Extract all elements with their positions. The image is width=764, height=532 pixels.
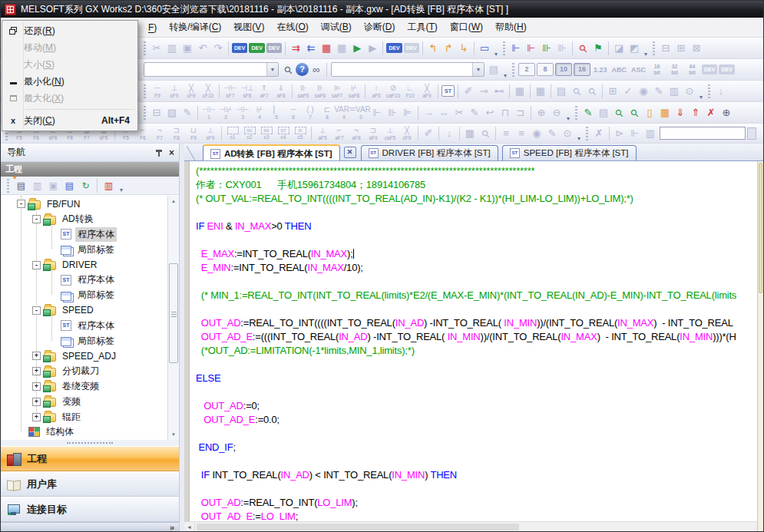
user-find-icon[interactable]: ◉	[636, 84, 651, 99]
monitor-start-icon[interactable]: ▶	[349, 41, 365, 56]
sfc-rule-af5-icon[interactable]: ⊥aF5	[314, 126, 331, 140]
st-coil-icon[interactable]: ( )7	[302, 105, 319, 120]
sfc-st-c4-icon[interactable]: STc4	[275, 127, 292, 140]
scrollbar-thumb[interactable]	[169, 263, 178, 363]
expand-icon[interactable]: +	[32, 367, 41, 375]
tree-item-卷绕变频[interactable]: +卷绕变频	[1, 379, 167, 395]
toolbar-overflow-icon[interactable]: ▾	[117, 187, 125, 194]
sfc-rule-af9-icon[interactable]: ⊐aF9	[365, 126, 382, 140]
return-icon[interactable]: ↔	[436, 105, 451, 121]
wrap-icon[interactable]: ↩	[482, 105, 498, 121]
outline-all-icon[interactable]: ⊠	[689, 41, 704, 56]
user-find2-icon[interactable]: ◉	[529, 126, 544, 141]
menu-diagnostics[interactable]: 诊断(D)	[358, 18, 402, 37]
nav-button-connect[interactable]: 连接目标	[1, 497, 179, 522]
tree-item-结构体[interactable]: 结构体	[1, 425, 167, 440]
nav-button-project[interactable]: 工程	[1, 446, 179, 471]
ladder-pulse2-icon[interactable]: ⊪saF6	[312, 84, 329, 98]
expand-icon[interactable]: +	[32, 382, 41, 391]
combo-dropdown-icon[interactable]: ▼	[472, 63, 484, 76]
tree-item-程序本体[interactable]: ST程序本体	[1, 227, 167, 243]
collapse-icon[interactable]: -	[32, 215, 41, 223]
toolbar-overflow-icon[interactable]: ▾	[697, 94, 705, 101]
expand-icon[interactable]: +	[32, 413, 41, 421]
device-watch2-icon[interactable]: DEV	[404, 43, 419, 53]
tree-item-局部标签[interactable]: 局部标签	[1, 333, 167, 349]
device-comment-verify-icon[interactable]: DEV	[266, 43, 282, 53]
delete-icon[interactable]: ✗	[703, 105, 719, 121]
display-real-icon[interactable]: 1.23	[591, 62, 610, 78]
ladder-pulse3-icon[interactable]: ⊫saF7	[329, 84, 346, 98]
window-select-combo[interactable]: ▼	[144, 62, 279, 77]
contact-pair3-icon[interactable]: ⊫	[400, 105, 415, 121]
user-edit2-icon[interactable]: ✐	[421, 126, 436, 141]
tree-item-辊距[interactable]: +辊距	[1, 409, 167, 425]
device-table2-icon[interactable]: ▦	[533, 84, 548, 99]
tab-close-icon[interactable]: ✕	[344, 147, 356, 158]
sort-down-icon[interactable]: ↓	[713, 84, 729, 99]
cut-rung-icon[interactable]: ✂	[451, 105, 467, 121]
collapse-icon[interactable]: -	[32, 306, 41, 315]
device-watch-icon[interactable]: DEV	[386, 43, 402, 53]
st-pulse-contact-icon[interactable]: ⊣⊢3	[234, 105, 251, 120]
redo-icon[interactable]: ↷	[210, 41, 226, 56]
tree-item-分切裁刀[interactable]: +分切裁刀	[1, 364, 167, 379]
outline-expand-icon[interactable]: ⊞	[673, 41, 689, 56]
st-var-assign-icon[interactable]: VAR=9	[336, 105, 352, 120]
tree-item-程序本体[interactable]: ST程序本体	[1, 318, 167, 333]
toolbar-grip[interactable]	[575, 106, 577, 120]
display-ascii-icon[interactable]: ASC	[629, 62, 648, 78]
outline-collapse-icon[interactable]: ⊟	[658, 41, 673, 56]
collapse-icon[interactable]: -	[17, 200, 25, 208]
tree-item-SPEED_ADJ[interactable]: +SPEED_ADJ	[1, 349, 167, 364]
edit-rung-icon[interactable]: ✎	[467, 105, 482, 121]
sfc-branch-f7-icon[interactable]: ¬F7	[151, 126, 168, 140]
toolbar-overflow-icon[interactable]: ▾	[575, 135, 583, 143]
zoom-icon[interactable]: ⊕	[719, 105, 734, 121]
device-comment-read-icon[interactable]: DEV	[249, 43, 264, 53]
tab-speed[interactable]: STSPEED [FB] 程序本体 [ST]	[502, 145, 637, 160]
sfc-comment-c1-icon[interactable]: c1	[224, 127, 241, 140]
sort-filter-icon[interactable]: ▥	[101, 178, 116, 193]
ladder-branch2-icon[interactable]: ╳cF10	[200, 84, 217, 98]
horizontal-scrollbar-thumb[interactable]	[197, 524, 519, 530]
tree-item-程序本体[interactable]: ST程序本体	[1, 273, 167, 288]
toolbar-overflow-icon[interactable]: ▾	[501, 72, 509, 80]
menu-debug[interactable]: 调试(B)	[315, 18, 358, 37]
st-hline-icon[interactable]: ─6	[285, 105, 302, 120]
toolbar-grip[interactable]	[7, 179, 9, 193]
run-icon[interactable]: ⊳	[612, 126, 627, 141]
ladder-monitor3-icon[interactable]: ⊪	[539, 41, 554, 56]
param1-icon[interactable]: ≡	[498, 126, 514, 141]
menu-window[interactable]: 窗口(W)	[444, 18, 489, 37]
sysmenu-restore[interactable]: 还原(R)	[2, 22, 137, 39]
expand-tree-icon[interactable]: ⊟	[149, 105, 164, 121]
toolbar-grip[interactable]	[708, 84, 710, 98]
sysmenu-close[interactable]: x关闭(C)Alt+F4	[2, 112, 137, 129]
cut-icon[interactable]: ✂	[149, 41, 164, 56]
image-icon[interactable]: ▧	[164, 105, 180, 121]
scroll-up-icon[interactable]: ▲	[168, 196, 179, 207]
st-function-icon[interactable]: ⊏8	[319, 105, 336, 120]
menu-search-replace-fragment[interactable]: F)	[142, 19, 163, 36]
jump-next-icon[interactable]: ↳	[456, 41, 471, 56]
tab-ad-convert[interactable]: STAD转换 [FB] 程序本体 [ST]	[203, 144, 340, 161]
paste-data-icon[interactable]: ▣	[46, 178, 61, 193]
undo-icon[interactable]: ↶	[195, 41, 210, 56]
ladder-pulse4-icon[interactable]: ⊬saF8	[346, 84, 362, 98]
menu-convert-compile[interactable]: 转换/编译(C)	[163, 18, 227, 37]
tree-scrollbar[interactable]: ▲ ▼	[167, 196, 179, 440]
coil-reset-icon[interactable]: ⊷	[491, 84, 507, 99]
move-up-icon[interactable]: ⇑	[688, 105, 703, 121]
ladder-vline-icon[interactable]: ↑aF5	[368, 84, 385, 98]
ladder-open-contact-icon[interactable]: ─F9	[149, 84, 166, 98]
st-assign-var-icon[interactable]: =VAR0	[352, 105, 369, 120]
device-table1-icon[interactable]: ▦	[512, 84, 528, 99]
panel-splitter[interactable]	[1, 440, 179, 446]
sfc-rule-caf5-icon[interactable]: ⊥caF5	[382, 126, 399, 140]
vertical-scrollbar-thumb[interactable]	[759, 163, 762, 293]
tree-item-局部标签[interactable]: 局部标签	[1, 288, 167, 303]
data-property-icon[interactable]: ▤	[62, 178, 77, 193]
watch-input[interactable]	[660, 127, 746, 140]
tree-item-局部标签[interactable]: 局部标签	[1, 242, 167, 257]
